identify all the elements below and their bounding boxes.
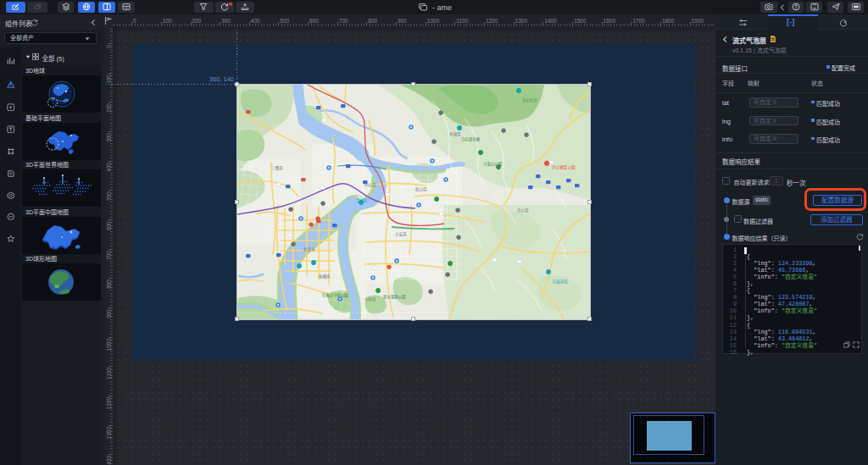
svg-text:板橋區: 板橋區 (319, 274, 331, 280)
svg-text:中山區: 中山區 (364, 182, 376, 188)
svg-text:汐止區: 汐止區 (517, 208, 529, 213)
svg-text:中和區: 中和區 (364, 296, 376, 302)
svg-text:汐止拱北: 汐止拱北 (522, 97, 537, 103)
svg-text:白石湖吊橋: 白石湖吊橋 (461, 136, 481, 142)
svg-text:內湖區: 內湖區 (449, 131, 461, 137)
svg-text:碧水運動公園: 碧水運動公園 (383, 294, 406, 300)
svg-text:印象水中央公園: 印象水中央公園 (322, 292, 348, 298)
svg-text:三重區: 三重區 (271, 165, 283, 170)
svg-text:士林區: 士林區 (356, 197, 368, 203)
svg-text:松山區: 松山區 (415, 186, 427, 192)
svg-text:大崙山公園: 大崙山公園 (483, 161, 503, 167)
svg-text:汐止國聖公園: 汐止國聖公園 (552, 164, 576, 170)
svg-text:石碇老街: 石碇老街 (553, 279, 568, 285)
svg-text:新北市: 新北市 (303, 246, 315, 252)
svg-text:大安區: 大安區 (395, 231, 407, 237)
